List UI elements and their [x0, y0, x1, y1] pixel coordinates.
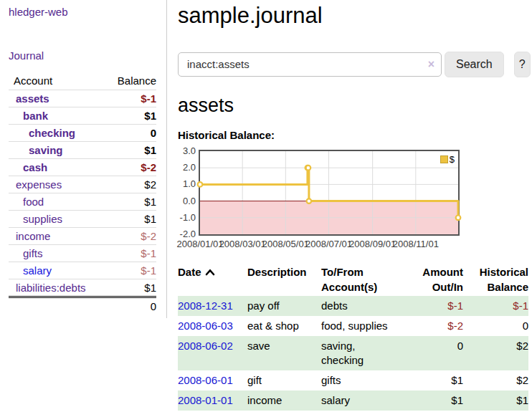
- transaction-row: 2008-01-01 income salary $1 $1: [178, 390, 528, 411]
- transaction-balance: $1: [463, 390, 528, 411]
- account-balance: $1: [107, 142, 156, 159]
- col-header-date[interactable]: Date: [178, 263, 247, 296]
- account-row: assets $-1: [9, 90, 156, 107]
- account-link-cash[interactable]: cash: [23, 161, 47, 173]
- transaction-accounts: salary: [321, 390, 416, 411]
- transaction-description: gift: [247, 370, 321, 390]
- transaction-amount: $1: [416, 390, 463, 411]
- transaction-balance: $2: [463, 370, 528, 390]
- transaction-description: income: [247, 390, 321, 411]
- account-link-gifts[interactable]: gifts: [23, 247, 43, 259]
- x-tick-label: 2008/07/01: [305, 239, 352, 249]
- register-header-row: Date Description To/From Account(s) Amou…: [178, 263, 528, 296]
- chart-plot-area: $: [199, 150, 460, 236]
- account-balance: $1: [107, 193, 156, 211]
- account-link-supplies[interactable]: supplies: [23, 213, 62, 225]
- legend-label: $: [450, 154, 455, 165]
- transaction-date-link[interactable]: 2008-06-02: [178, 340, 233, 352]
- account-link-saving[interactable]: saving: [29, 144, 63, 156]
- sidebar-item-journal[interactable]: Journal: [9, 49, 44, 62]
- transaction-amount: 0: [416, 336, 463, 370]
- transaction-date-link[interactable]: 2008-01-01: [178, 394, 233, 406]
- account-balance: 0: [107, 125, 156, 142]
- account-heading: assets: [178, 95, 532, 116]
- account-row: liabilities:debts $1: [9, 279, 156, 297]
- account-balance: $2: [107, 176, 156, 193]
- account-row: food $1: [9, 193, 156, 211]
- search-button[interactable]: Search: [445, 52, 504, 77]
- x-tick-label: 2008/05/01: [262, 239, 309, 249]
- clear-search-icon[interactable]: ×: [428, 57, 434, 72]
- account-link-bank[interactable]: bank: [23, 110, 48, 122]
- account-link-salary[interactable]: salary: [23, 264, 52, 277]
- transaction-date-link[interactable]: 2008-12-31: [178, 299, 233, 312]
- search-bar: × Search ?: [178, 51, 532, 77]
- transaction-row: 2008-06-01 gift gifts $1 $2: [178, 370, 528, 390]
- historical-balance-chart: 3.02.01.00.0-1.0-2.0 $ 2008/01/012008/03…: [178, 145, 532, 250]
- search-input-wrap: ×: [178, 52, 442, 77]
- register-table: Date Description To/From Account(s) Amou…: [178, 263, 528, 411]
- transaction-accounts: gifts: [321, 370, 416, 390]
- transaction-accounts: debts: [321, 296, 416, 316]
- account-balance: $-2: [107, 228, 156, 245]
- app-title-link[interactable]: hledger-web: [9, 6, 156, 18]
- y-tick-label: -1.0: [180, 212, 196, 224]
- account-balance: $-2: [107, 159, 156, 176]
- account-row: supplies $1: [9, 211, 156, 228]
- col-header-accounts: To/From Account(s): [321, 263, 416, 296]
- page: hledger-web Journal Account Balance asse…: [0, 0, 532, 411]
- chart-legend: $: [439, 153, 456, 166]
- sidebar: hledger-web Journal Account Balance asse…: [0, 0, 167, 318]
- search-input[interactable]: [178, 52, 442, 77]
- page-title: sample.journal: [178, 3, 532, 29]
- transaction-description: pay off: [247, 296, 321, 316]
- x-tick-label: 2008/01/01: [176, 239, 223, 249]
- account-row: bank $1: [9, 107, 156, 125]
- transaction-date-link[interactable]: 2008-06-03: [178, 320, 233, 332]
- transaction-description: save: [247, 336, 321, 370]
- account-link-assets[interactable]: assets: [16, 92, 49, 105]
- col-header-amount: Amount Out/In: [416, 263, 463, 296]
- accounts-col-header: Account: [9, 72, 107, 90]
- historical-balance-label: Historical Balance:: [178, 129, 532, 141]
- chart-plot-svg: [200, 151, 458, 234]
- x-tick-label: 2008/09/01: [349, 239, 396, 249]
- y-tick-label: 2.0: [183, 162, 196, 173]
- account-row: income $-2: [9, 228, 156, 245]
- legend-swatch-icon: [440, 155, 448, 163]
- transaction-balance: $-1: [463, 296, 528, 316]
- account-link-expenses[interactable]: expenses: [16, 178, 62, 191]
- account-balance: $1: [107, 211, 156, 228]
- transaction-row: 2008-06-03 eat & shop food, supplies $-2…: [178, 316, 528, 336]
- x-tick-label: 2008/03/01: [219, 239, 266, 249]
- transaction-description: eat & shop: [247, 316, 321, 336]
- account-balance: $-1: [107, 90, 156, 107]
- help-button[interactable]: ?: [514, 52, 531, 77]
- transaction-date-link[interactable]: 2008-06-01: [178, 374, 233, 386]
- account-link-checking[interactable]: checking: [29, 127, 75, 139]
- col-header-balance: Historical Balance: [463, 263, 528, 296]
- account-link-food[interactable]: food: [23, 196, 44, 208]
- balance-col-header: Balance: [107, 72, 156, 90]
- chart-y-axis: 3.02.01.00.0-1.0-2.0: [178, 151, 196, 234]
- account-row: saving $1: [9, 142, 156, 159]
- account-balance: $-1: [107, 262, 156, 279]
- transaction-balance: 0: [463, 316, 528, 336]
- transaction-accounts: food, supplies: [321, 316, 416, 336]
- account-balance: $1: [107, 107, 156, 125]
- transaction-row: 2008-12-31 pay off debts $-1 $-1: [178, 296, 528, 316]
- accounts-table: Account Balance assets $-1 bank $1 check…: [9, 72, 156, 315]
- accounts-total-row: 0: [9, 297, 156, 315]
- transaction-amount: $-1: [416, 296, 463, 316]
- transaction-balance: $2: [463, 336, 528, 370]
- sort-asc-icon: [205, 264, 215, 279]
- x-tick-label: 2008/11/01: [393, 239, 439, 249]
- account-link-liabilities-debts[interactable]: liabilities:debts: [16, 282, 86, 294]
- y-tick-label: 1.0: [183, 178, 196, 190]
- account-balance: $1: [107, 279, 156, 297]
- account-row: checking 0: [9, 125, 156, 142]
- y-tick-label: 3.0: [183, 145, 196, 157]
- col-header-description: Description: [247, 263, 321, 296]
- account-link-income[interactable]: income: [16, 230, 50, 242]
- account-row: gifts $-1: [9, 245, 156, 262]
